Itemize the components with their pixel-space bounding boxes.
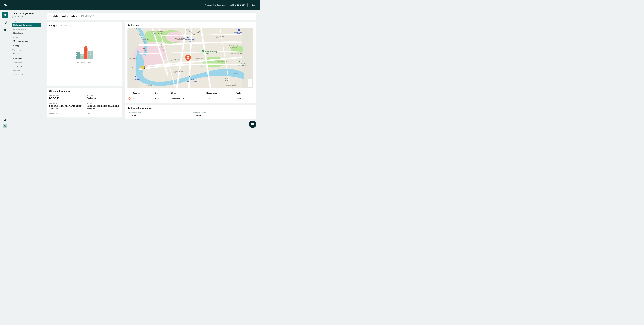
map-label-friedrich: Berlin-Friedrichstraße bbox=[186, 79, 196, 82]
object-info-title: Object information bbox=[49, 90, 120, 92]
sb-group-lease: Lease data bbox=[12, 69, 41, 72]
svg-marker-32 bbox=[84, 45, 88, 48]
main: Building information · DE-BE-13 Images 3… bbox=[42, 10, 260, 131]
view-3d-button[interactable]: 3D View bbox=[59, 24, 70, 27]
svg-rect-35 bbox=[78, 53, 78, 54]
map-label-monbijou: Monbijou Park bbox=[218, 60, 228, 62]
s-marker-icon: S bbox=[239, 60, 240, 62]
panel-collapse-icon bbox=[4, 118, 6, 121]
title-card: Building information · DE-BE-13 bbox=[46, 12, 256, 20]
map-label-deutscher: Deutscher bbox=[145, 85, 152, 86]
svg-rect-51 bbox=[141, 66, 144, 69]
map-label-spree: Spree bbox=[199, 66, 203, 67]
rail-collapse-button[interactable] bbox=[2, 116, 8, 122]
chat-fab[interactable] bbox=[249, 120, 256, 128]
detail-mode-text: You are in the detail mode for building … bbox=[204, 4, 245, 6]
col-house: House nu... bbox=[206, 90, 235, 96]
sidebar-item-green-certificates[interactable]: Green certificates bbox=[12, 39, 41, 43]
svg-rect-20 bbox=[13, 16, 14, 18]
svg-rect-37 bbox=[78, 55, 78, 56]
map-label-ebogenpark: ebogenpark bbox=[129, 58, 137, 59]
svg-rect-58 bbox=[189, 57, 189, 58]
object-info-card: Object information Building name DE-BE-1… bbox=[46, 88, 122, 118]
svg-rect-29 bbox=[80, 54, 84, 59]
map-label-rosenthaler: RosenthalerPlatz bbox=[234, 31, 242, 34]
sidebar-item-energy-ratings[interactable]: Energy ratings bbox=[12, 44, 41, 48]
building-id-label: Building ID bbox=[49, 102, 82, 104]
sb-group-focus: Focus bbox=[12, 20, 41, 23]
sb-group-physical: Physical objects bbox=[12, 48, 41, 52]
map[interactable]: Humboldt UniversityNorth Campus Invalide… bbox=[128, 28, 253, 88]
exit-icon bbox=[250, 4, 251, 6]
map-label-pergamon: PergamonMuseum bbox=[223, 78, 230, 81]
svg-point-61 bbox=[129, 98, 130, 99]
site-id-value: 15a53e0e-096d-4963-9bfa-989a04c648a1 bbox=[86, 105, 120, 110]
addresses-card: Addresses bbox=[125, 22, 256, 103]
u-marker-icon: U bbox=[187, 36, 189, 38]
no-image-text: No image available bbox=[77, 62, 92, 64]
map-label-jewish: Jewish cemetery bbox=[230, 53, 242, 54]
map-label-spandauer: SPANDAUERVORSTADT bbox=[227, 44, 239, 48]
exit-button[interactable]: Exit bbox=[247, 3, 257, 7]
map-zoom-controls: + − bbox=[248, 79, 252, 87]
no-image-illustration bbox=[74, 44, 95, 61]
sidebar-item-building-information[interactable]: Building information bbox=[12, 23, 41, 27]
map-label-oranienburger-tor: OranienburgerTor bbox=[185, 39, 195, 42]
app-header: You are in the detail mode for building … bbox=[0, 0, 260, 10]
sidebar-item-vacancy-rates[interactable]: Vacancy rates bbox=[12, 72, 41, 77]
svg-rect-42 bbox=[89, 54, 90, 55]
left-rail: AA bbox=[0, 10, 10, 131]
sidebar-item-equipment[interactable]: Equipment bbox=[12, 56, 41, 60]
sidebar-item-rental-units[interactable]: Rental units bbox=[12, 31, 41, 35]
app-logo bbox=[3, 2, 8, 7]
table-row[interactable]: DE Berlin Friedrichstraße 130 10117 bbox=[128, 96, 253, 102]
map-label-spree2: Spree bbox=[234, 72, 238, 74]
sidebar-item-meters[interactable]: Meters bbox=[12, 52, 41, 56]
additional-title: Additional information bbox=[128, 107, 253, 110]
sb-group-documents: Documents bbox=[12, 36, 41, 39]
additional-info-card: Additional information Construction year… bbox=[125, 105, 256, 119]
images-card: Images 3D View bbox=[46, 22, 122, 86]
page-title: Building information · DE-BE-13 bbox=[50, 14, 253, 18]
cell-country: DE bbox=[132, 96, 154, 102]
col-postal: Postal bbox=[235, 90, 253, 96]
site-name-label: Site name bbox=[86, 94, 120, 96]
map-label-hackescher: HackescherMarkt Station bbox=[238, 63, 247, 66]
svg-rect-41 bbox=[90, 52, 91, 53]
rail-apps-button[interactable] bbox=[2, 27, 8, 33]
building-code-label: Building code bbox=[49, 113, 82, 115]
svg-rect-55 bbox=[189, 56, 189, 57]
images-title: Images bbox=[49, 24, 57, 27]
zoom-in-button[interactable]: + bbox=[248, 79, 252, 83]
svg-rect-9 bbox=[4, 21, 6, 23]
building-name-value: DE-BE-13 bbox=[49, 97, 82, 100]
construction-year-value: 1.3.1951 bbox=[128, 114, 188, 116]
user-avatar[interactable]: AA bbox=[3, 124, 8, 128]
svg-rect-19 bbox=[12, 16, 13, 18]
svg-rect-31 bbox=[84, 48, 88, 59]
u-marker-icon: U bbox=[238, 29, 240, 30]
cube-icon bbox=[68, 25, 69, 26]
svg-rect-4 bbox=[4, 14, 6, 16]
sidebar-item-valuations[interactable]: Valuations bbox=[12, 64, 41, 68]
svg-rect-60 bbox=[189, 58, 189, 58]
rail-data-button[interactable] bbox=[2, 12, 8, 18]
building-id-value: 0f8914a6-4d2b-4247-a716-75f903cd8750 bbox=[49, 105, 82, 110]
cell-street: Friedrichstraße bbox=[170, 96, 206, 102]
svg-rect-30 bbox=[88, 51, 92, 59]
u-marker-icon: U bbox=[135, 76, 137, 78]
svg-point-50 bbox=[166, 32, 184, 42]
s-marker-icon: S bbox=[202, 50, 204, 52]
map-label-oranienburger: Berlin OranienburgerStraße bbox=[204, 51, 218, 54]
svg-rect-56 bbox=[188, 57, 188, 58]
zoom-out-button[interactable]: − bbox=[248, 83, 252, 87]
map-label-charite: Charité bbox=[142, 50, 148, 52]
svg-rect-38 bbox=[81, 55, 82, 55]
u-marker-icon: U bbox=[189, 76, 191, 78]
col-country: Country bbox=[132, 90, 154, 96]
svg-rect-36 bbox=[76, 55, 77, 56]
col-city: City bbox=[154, 90, 170, 96]
rail-monitor-button[interactable] bbox=[2, 19, 8, 25]
cell-postal: 10117 bbox=[235, 96, 253, 102]
construction-year-label: Construction year bbox=[128, 112, 188, 114]
